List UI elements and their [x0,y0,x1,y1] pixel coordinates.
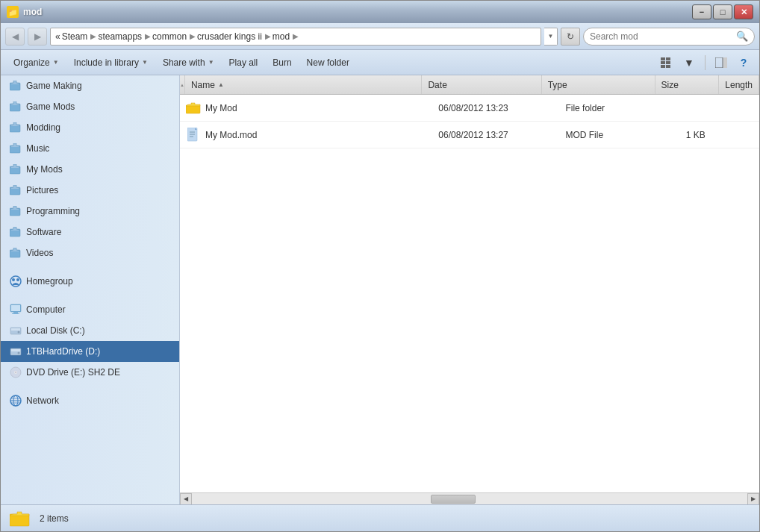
svg-rect-1 [666,57,670,60]
file-date-cell: 06/08/2012 13:27 [432,130,559,140]
svg-point-26 [18,331,20,334]
svg-rect-3 [666,61,670,64]
svg-rect-23 [12,313,19,314]
column-header-length[interactable]: Length [719,75,759,94]
sidebar-item-pictures[interactable]: Pictures [1,180,179,201]
help-button[interactable]: ? [734,53,753,72]
search-box: 🔍 [583,28,755,46]
sidebar-item-computer[interactable]: Computer [1,299,179,320]
sidebar-item-videos[interactable]: Videos [1,242,179,263]
toolbar-right: ▼ ? [657,53,753,72]
column-header-date[interactable]: Date [422,75,541,94]
file-type-cell: File folder [559,103,679,113]
share-with-button[interactable]: Share with ▼ [156,53,221,72]
svg-rect-22 [13,312,18,313]
preview-pane-button[interactable] [711,53,731,72]
sidebar-item-my-mods[interactable]: My Mods [1,159,179,180]
column-header-size[interactable]: Size [655,75,720,94]
svg-rect-5 [666,65,670,68]
window-title: mod [23,7,42,17]
scroll-right-button[interactable]: ▶ [747,493,759,505]
title-bar-left: 📁 mod [7,6,42,18]
breadcrumb-item-game[interactable]: crusader kings ii ▶ [197,31,272,42]
sidebar-item-game-mods[interactable]: Game Mods [1,96,179,117]
sidebar-item-network[interactable]: Network [1,390,179,411]
status-item-count: 2 items [40,513,69,524]
search-input[interactable] [590,31,733,42]
breadcrumb-item-common[interactable]: common ▶ [152,31,197,42]
file-name-cell[interactable]: My Mod.mod [180,128,432,143]
sidebar-item-modding[interactable]: Modding [1,117,179,138]
sidebar-item-game-making[interactable]: Game Making [1,75,179,96]
programming-icon [10,205,22,217]
address-dropdown-button[interactable]: ▼ [544,28,558,46]
folder-icon [186,101,201,116]
sidebar: Game Making Game Mods [1,75,180,504]
scroll-thumb[interactable] [431,495,476,504]
organize-chevron: ▼ [53,59,59,66]
scroll-track[interactable] [192,493,747,504]
svg-rect-0 [661,57,665,60]
sort-indicator[interactable]: ▲ [180,75,185,94]
svg-rect-4 [661,65,665,68]
svg-rect-38 [186,105,200,113]
back-button[interactable]: ◀ [5,28,25,46]
mod-file-icon [186,128,201,143]
sidebar-item-1tb-drive[interactable]: 1TBHardDrive (D:) [1,341,179,362]
organize-button[interactable]: Organize ▼ [7,53,66,72]
modding-icon [10,122,22,134]
view-dropdown-button[interactable]: ▼ [679,53,699,72]
breadcrumb-item-mod[interactable]: mod ▶ [272,31,300,42]
table-row[interactable]: My Mod 06/08/2012 13:23 File folder [180,95,759,122]
play-all-button[interactable]: Play all [222,53,265,72]
new-folder-button[interactable]: New folder [300,53,356,72]
sidebar-item-software[interactable]: Software [1,222,179,242]
svg-rect-43 [10,514,29,526]
include-library-button[interactable]: Include in library ▼ [67,53,155,72]
sidebar-item-music[interactable]: Music [1,138,179,159]
svg-point-18 [12,278,15,281]
table-row[interactable]: My Mod.mod 06/08/2012 13:27 MOD File 1 K… [180,122,759,148]
computer-icon [10,304,22,316]
homegroup-icon [10,275,22,287]
svg-rect-25 [11,328,20,331]
game-mods-icon [10,101,22,113]
game-making-icon [10,80,22,92]
breadcrumb-item-steam[interactable]: « Steam ▶ [55,31,98,42]
search-icon[interactable]: 🔍 [736,31,748,42]
file-list-body[interactable]: My Mod 06/08/2012 13:23 File folder [180,95,759,492]
file-size-cell: 1 KB [680,130,747,140]
software-icon [10,226,22,238]
include-chevron: ▼ [142,59,148,66]
view-options-button[interactable] [657,53,676,72]
burn-button[interactable]: Burn [266,53,298,72]
title-bar: 📁 mod − □ ✕ [1,1,759,23]
breadcrumb[interactable]: « Steam ▶ steamapps ▶ common ▶ crusader … [50,28,541,46]
sidebar-item-homegroup[interactable]: Homegroup [1,271,179,292]
close-button[interactable]: ✕ [734,4,753,19]
sidebar-item-dvd-drive[interactable]: DVD Drive (E:) SH2 DE [1,362,179,383]
share-chevron: ▼ [208,59,214,66]
forward-button[interactable]: ▶ [28,28,47,46]
window: 📁 mod − □ ✕ ◀ ▶ « Steam ▶ steamapps ▶ co… [0,0,760,532]
column-header-name[interactable]: Name ▲ [185,75,423,94]
toolbar: Organize ▼ Include in library ▼ Share wi… [1,50,759,75]
videos-icon [10,247,22,259]
address-bar: ◀ ▶ « Steam ▶ steamapps ▶ common ▶ crusa… [1,23,759,50]
maximize-button[interactable]: □ [713,4,732,19]
svg-rect-2 [661,61,665,64]
svg-point-32 [15,372,16,373]
minimize-button[interactable]: − [692,4,711,19]
refresh-button[interactable]: ↻ [561,28,580,46]
sidebar-item-programming[interactable]: Programming [1,201,179,222]
svg-rect-28 [11,349,20,351]
sidebar-item-local-disk[interactable]: Local Disk (C:) [1,320,179,341]
column-header-type[interactable]: Type [542,75,655,94]
horizontal-scrollbar[interactable]: ◀ ▶ [180,492,759,504]
title-buttons: − □ ✕ [692,4,753,19]
scroll-left-button[interactable]: ◀ [180,493,192,505]
svg-rect-21 [11,305,20,311]
breadcrumb-item-steamapps[interactable]: steamapps ▶ [98,31,152,42]
sidebar-scroll[interactable]: Game Making Game Mods [1,75,179,504]
file-name-cell[interactable]: My Mod [180,101,432,116]
